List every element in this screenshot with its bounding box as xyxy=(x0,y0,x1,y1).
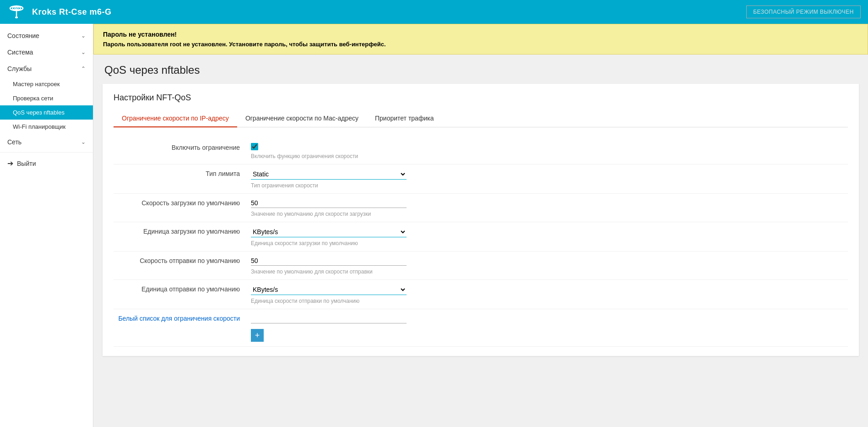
download-unit-select[interactable]: KBytes/s MBytes/s Bytes/s xyxy=(251,227,407,237)
limit-type-control: Static Dynamic Тип ограничения скорости xyxy=(251,169,407,189)
logo-icon xyxy=(7,4,26,20)
sidebar-item-network-label: Сеть xyxy=(7,138,22,146)
chevron-down-icon: ⌄ xyxy=(81,49,86,55)
upload-unit-label: Единица отправки по умолчанию xyxy=(114,285,251,293)
upload-unit-control: KBytes/s MBytes/s Bytes/s Единица скорос… xyxy=(251,285,407,304)
sidebar-sub-item-qos-nft[interactable]: QoS через nftables xyxy=(0,105,93,120)
upload-speed-input[interactable] xyxy=(251,256,407,266)
whitelist-label: Белый список для ограничения скорости xyxy=(114,314,251,322)
download-speed-control: Значение по умолчанию для скорости загру… xyxy=(251,198,407,217)
enable-checkbox[interactable] xyxy=(251,143,258,150)
download-unit-hint: Единица скорости загрузки по умолчанию xyxy=(251,240,407,246)
app-title: Kroks Rt-Cse m6-G xyxy=(32,7,112,17)
tab-ip-limit[interactable]: Ограничение скорости по IP-адресу xyxy=(114,110,237,127)
tabs: Ограничение скорости по IP-адресу Ограни… xyxy=(114,110,848,127)
download-unit-label: Единица загрузки по умолчанию xyxy=(114,227,251,235)
upload-speed-control: Значение по умолчанию для скорости отпра… xyxy=(251,256,407,275)
download-speed-hint: Значение по умолчанию для скорости загру… xyxy=(251,211,407,217)
page-title: QoS через nftables xyxy=(104,64,857,77)
warning-text: Пароль пользователя root не установлен. … xyxy=(103,41,858,48)
logout-icon: ➔ xyxy=(7,159,13,168)
tab-mac-limit[interactable]: Ограничение скорости по Mac-адресу xyxy=(237,110,367,127)
form-row-download-unit: Единица загрузки по умолчанию KBytes/s M… xyxy=(114,222,848,252)
whitelist-control: + xyxy=(251,314,407,342)
sidebar-divider xyxy=(0,152,93,153)
sidebar-item-status-label: Состояние xyxy=(7,32,39,39)
upload-unit-hint: Единица скорости отправки по умолчанию xyxy=(251,298,407,304)
sidebar-item-network[interactable]: Сеть ⌄ xyxy=(0,134,93,150)
chevron-up-icon: ⌃ xyxy=(81,66,86,72)
safe-mode-button[interactable]: БЕЗОПАСНЫЙ РЕЖИМ ВЫКЛЮЧЕН xyxy=(746,5,861,18)
enable-hint: Включить функцию ограничения скорости xyxy=(251,153,407,159)
enable-control: Включить функцию ограничения скорости xyxy=(251,143,407,159)
form-row-upload-unit: Единица отправки по умолчанию KBytes/s M… xyxy=(114,280,848,309)
form-row-whitelist: Белый список для ограничения скорости + xyxy=(114,309,848,347)
form-row-enable: Включить ограничение Включить функцию ог… xyxy=(114,138,848,164)
sidebar-item-services-label: Службы xyxy=(7,65,32,72)
upload-speed-label: Скорость отправки по умолчанию xyxy=(114,256,251,264)
svg-point-4 xyxy=(15,16,18,18)
limit-type-select[interactable]: Static Dynamic xyxy=(251,169,407,180)
form-section: Включить ограничение Включить функцию ог… xyxy=(114,138,848,347)
enable-checkbox-wrapper xyxy=(251,143,407,150)
form-row-download-speed: Скорость загрузки по умолчанию Значение … xyxy=(114,194,848,222)
sidebar-logout-button[interactable]: ➔ Выйти xyxy=(0,154,93,172)
sidebar-item-system[interactable]: Система ⌄ xyxy=(0,44,93,60)
limit-type-label: Тип лимита xyxy=(114,169,251,177)
add-whitelist-button[interactable]: + xyxy=(251,329,264,342)
sidebar-sub-item-master[interactable]: Мастер натсроек xyxy=(0,77,93,91)
settings-card-title: Настройки NFT-QoS xyxy=(114,93,848,103)
settings-card: Настройки NFT-QoS Ограничение скорости п… xyxy=(103,84,859,356)
chevron-down-icon: ⌄ xyxy=(81,33,86,39)
form-row-limit-type: Тип лимита Static Dynamic Тип ограничени… xyxy=(114,164,848,194)
upload-unit-select[interactable]: KBytes/s MBytes/s Bytes/s xyxy=(251,285,407,295)
content-area: Пароль не установлен! Пароль пользовател… xyxy=(93,24,868,427)
enable-label: Включить ограничение xyxy=(114,143,251,151)
upload-speed-hint: Значение по умолчанию для скорости отпра… xyxy=(251,268,407,275)
download-unit-control: KBytes/s MBytes/s Bytes/s Единица скорос… xyxy=(251,227,407,246)
download-speed-input[interactable] xyxy=(251,198,407,208)
warning-banner: Пароль не установлен! Пароль пользовател… xyxy=(93,24,868,55)
whitelist-input[interactable] xyxy=(251,314,407,323)
sidebar-sub-item-network-check[interactable]: Проверка сети xyxy=(0,91,93,105)
warning-title: Пароль не установлен! xyxy=(103,31,858,38)
sidebar-logout-label: Выйти xyxy=(17,160,36,167)
sidebar-item-system-label: Система xyxy=(7,49,33,56)
sidebar-item-services[interactable]: Службы ⌃ xyxy=(0,60,93,77)
tab-traffic-priority[interactable]: Приоритет трафика xyxy=(367,110,442,127)
chevron-down-icon: ⌄ xyxy=(81,139,86,145)
sidebar-sub-item-wifi-planner[interactable]: Wi-Fi планировщик xyxy=(0,120,93,134)
topbar: Kroks Rt-Cse m6-G БЕЗОПАСНЫЙ РЕЖИМ ВЫКЛЮ… xyxy=(0,0,868,24)
sidebar: Состояние ⌄ Система ⌄ Службы ⌃ Мастер на… xyxy=(0,24,93,427)
main-layout: Состояние ⌄ Система ⌄ Службы ⌃ Мастер на… xyxy=(0,24,868,427)
download-speed-label: Скорость загрузки по умолчанию xyxy=(114,198,251,207)
sidebar-item-status[interactable]: Состояние ⌄ xyxy=(0,27,93,44)
page-title-area: QoS через nftables xyxy=(93,55,868,84)
limit-type-hint: Тип ограничения скорости xyxy=(251,182,407,189)
form-row-upload-speed: Скорость отправки по умолчанию Значение … xyxy=(114,252,848,280)
